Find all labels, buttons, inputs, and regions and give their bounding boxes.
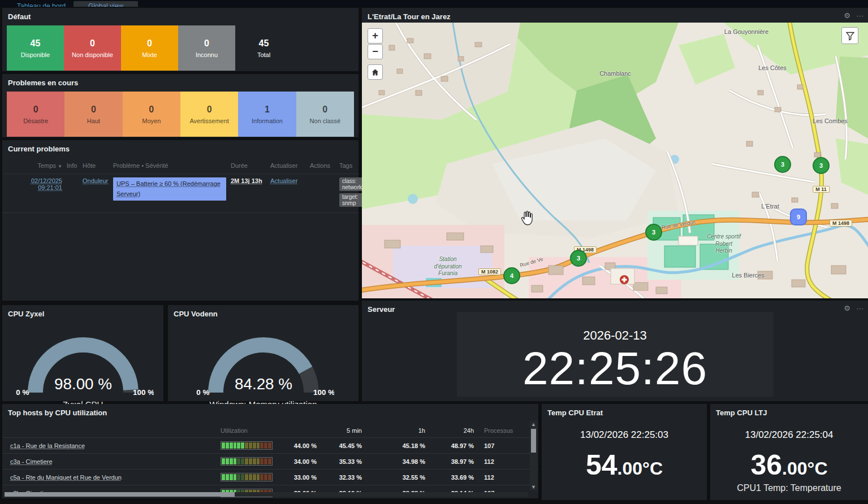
tag-chip[interactable]: class: network: [339, 177, 365, 191]
utilization-led-bar: [221, 473, 273, 481]
map-marker-green[interactable]: 3: [813, 157, 830, 174]
sort-desc-icon: ▼: [58, 164, 62, 169]
process-count: 112: [474, 458, 525, 465]
severity-box-information[interactable]: 1Information: [238, 92, 296, 137]
problem-actions-cell: [310, 177, 335, 209]
panel-problems-summary: Problemes en cours 0Désastre0Haut0Moyen0…: [2, 74, 359, 137]
panel-clock: Serveur ⚙ ··· 2026-02-13 22:25:26: [362, 301, 868, 401]
map-marker-green[interactable]: 4: [503, 267, 520, 284]
temp-value: 36.00°C: [710, 449, 868, 481]
problem-info-cell: [67, 177, 78, 209]
map-zoom-out-button[interactable]: −: [368, 44, 383, 59]
panel-temp-etrat: Temp CPU Etrat 13/02/2026 22:25:03 54.00…: [542, 404, 707, 500]
problem-host-link[interactable]: Onduleur: [83, 177, 108, 184]
temp-value: 54.00°C: [542, 449, 707, 481]
cpu-value: 45.45 %: [317, 442, 362, 449]
problem-name-cell[interactable]: UPS – Batterie ≥ 60 % (Redémarrage Serve…: [113, 177, 226, 201]
cpu-value: 32.55 %: [362, 474, 425, 481]
more-options-icon[interactable]: ···: [856, 304, 863, 312]
problems-table-header: Temps ▼ Info Hôte Problème • Sévérité Du…: [2, 162, 359, 169]
road-ref-badge: M 1082: [478, 268, 501, 275]
panel-defaut: Défaut 45Disponible0Non disponible0Mixte…: [2, 8, 359, 71]
filter-funnel-icon: [845, 31, 855, 41]
horizontal-scrollbar[interactable]: [5, 492, 528, 497]
severity-box-d-sastre[interactable]: 0Désastre: [7, 92, 64, 137]
tag-chip[interactable]: target: snmp: [339, 193, 365, 207]
map-label: Station d'épuration Furania: [430, 256, 465, 277]
panel-title: Temp CPU Etrat: [542, 404, 707, 419]
cpu-value: 35.33 %: [317, 458, 362, 465]
column-5min: 5 min: [317, 427, 362, 434]
column-1h: 1h: [362, 427, 425, 434]
map-marker-green[interactable]: 3: [570, 250, 587, 267]
map-filter-button[interactable]: [841, 27, 858, 44]
scroll-up-icon[interactable]: ▲: [530, 422, 537, 427]
severity-box-mixte[interactable]: 0Mixte: [121, 25, 178, 71]
svg-text:98.00 %: 98.00 %: [54, 375, 111, 393]
severity-box-non-class-[interactable]: 0Non classé: [296, 92, 354, 137]
problem-time-link[interactable]: 02/12/2025 09:21:01: [31, 177, 62, 191]
column-tags: Tags: [339, 162, 353, 169]
map-marker-green[interactable]: 3: [645, 224, 662, 241]
map-home-button[interactable]: [368, 64, 383, 80]
cpu-value: 33.69 %: [425, 474, 474, 481]
host-link[interactable]: c5a - Rte du Maniquet et Rue de Verdun: [10, 474, 122, 481]
column-24h: 24h: [425, 427, 474, 434]
temp-item-label: CPU1 Temp: Temperature: [710, 483, 868, 493]
map-canvas[interactable]: P La GouyonnièreChamblancLes CôtesLes Co…: [362, 23, 868, 298]
severity-box-disponible[interactable]: 45Disponible: [7, 25, 64, 71]
column-time[interactable]: Temps ▼: [8, 162, 62, 169]
severity-box-moyen[interactable]: 0Moyen: [123, 92, 180, 137]
map-label: L'Etrat: [761, 203, 779, 210]
panel-title: Current problems: [2, 140, 359, 155]
panel-title: Top hosts by CPU utilization: [2, 404, 538, 419]
severity-box-non-disponible[interactable]: 0Non disponible: [64, 25, 121, 71]
host-link[interactable]: c3a - Cimetiere: [10, 458, 53, 465]
panel-title: Problemes en cours: [2, 74, 359, 89]
panel-top-hosts: Top hosts by CPU utilization Utilization…: [2, 404, 538, 498]
map-zoom-in-button[interactable]: +: [368, 28, 383, 44]
top-hosts-header: Utilization 5 min 1h 24h Processus: [2, 424, 538, 437]
problem-row: 02/12/2025 09:21:01 Onduleur UPS – Batte…: [2, 173, 359, 213]
clock-date: 2026-02-13: [362, 328, 868, 343]
severity-box-total[interactable]: 45Total: [235, 25, 292, 71]
gear-icon[interactable]: ⚙: [844, 11, 850, 20]
map-label: Les Côtes: [758, 64, 787, 71]
map-label: Les Bierces: [732, 272, 764, 279]
panel-title: Temp CPU LTJ: [710, 404, 868, 419]
cpu-value: 38.97 %: [425, 458, 474, 465]
severity-box-haut[interactable]: 0Haut: [64, 92, 122, 137]
panel-title: Défaut: [2, 8, 359, 23]
scroll-down-icon[interactable]: ▼: [530, 484, 537, 490]
view-button[interactable]: Global view: [74, 1, 138, 7]
top-hosts-row: c1a - Rue de la Resistance44.00 %45.45 %…: [2, 437, 538, 453]
panel-temp-ltj: Temp CPU LTJ 13/02/2026 22:25:04 36.00°C…: [710, 404, 868, 500]
severity-box-inconnu[interactable]: 0Inconnu: [178, 25, 235, 71]
svg-text:84.28 %: 84.28 %: [235, 375, 292, 393]
map-label: Chamblanc: [599, 70, 631, 77]
map-marker-blue[interactable]: 9: [790, 208, 807, 225]
panel-cpu-zyxel: CPU Zyxel 98.00 %0 %100 %Zyxel CPU: [2, 305, 163, 401]
process-count: 112: [474, 474, 525, 481]
svg-text:100 %: 100 %: [133, 388, 154, 397]
map-marker-green[interactable]: 3: [774, 156, 791, 173]
map-label: La Gouyonnière: [724, 28, 768, 35]
panel-map: L'Etrat/La Tour en Jarez ⚙ ···: [362, 8, 868, 298]
cpu-value: 32.33 %: [317, 474, 362, 481]
vertical-scrollbar[interactable]: ▲ ▼: [530, 421, 537, 490]
temp-timestamp: 13/02/2026 22:25:04: [710, 429, 868, 441]
host-link[interactable]: c1a - Rue de la Resistance: [10, 442, 85, 449]
scrollbar-thumb[interactable]: [531, 429, 536, 453]
severity-box-avertissement[interactable]: 0Avertissement: [180, 92, 238, 137]
svg-text:100 %: 100 %: [313, 388, 334, 397]
cpu-value: 33.00 %: [279, 474, 317, 481]
gear-icon[interactable]: ⚙: [844, 304, 850, 312]
problem-update-link[interactable]: Actualiser: [270, 177, 297, 184]
gauge-vodenn-memory: 84.28 %0 %100 %Windows: Memory utilizati…: [168, 320, 359, 409]
cpu-value: 48.97 %: [425, 442, 474, 449]
more-options-icon[interactable]: ···: [856, 11, 863, 20]
panel-current-problems: Current problems Temps ▼ Info Hôte Probl…: [2, 140, 359, 301]
scrollbar-thumb[interactable]: [5, 492, 235, 497]
breadcrumb-link[interactable]: Tableau de bord: [17, 2, 66, 7]
clock-time: 22:25:26: [362, 345, 868, 392]
